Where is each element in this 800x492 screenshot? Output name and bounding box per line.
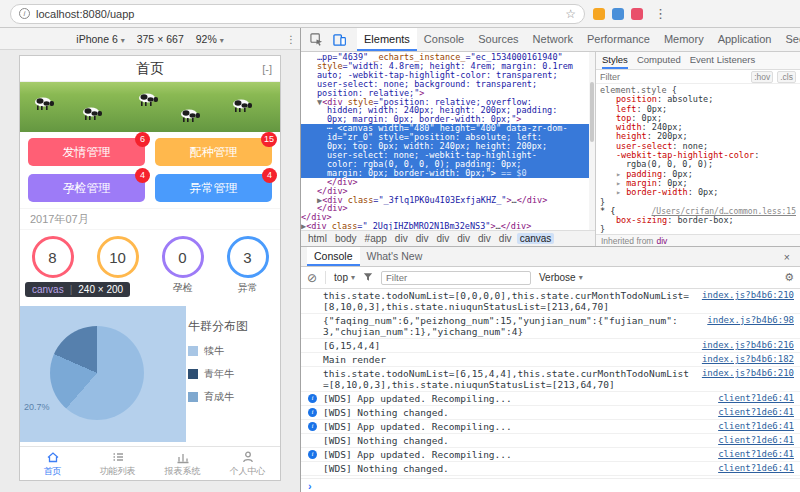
code-token: : border-box;	[667, 215, 734, 225]
stat-ring: 8	[32, 236, 74, 278]
breadcrumb-item[interactable]: div	[454, 233, 473, 244]
devtools-tab[interactable]: Security	[778, 28, 800, 51]
console-settings-gear-icon[interactable]: ⚙	[784, 271, 794, 284]
app-menu-button[interactable]: 异常管理 4	[155, 174, 272, 202]
extension-icon[interactable]	[612, 8, 624, 20]
console-filter-input[interactable]	[381, 271, 531, 285]
code-line[interactable]: ▸ border-width: 0px;	[600, 188, 796, 197]
console-tab[interactable]: Console	[307, 247, 360, 266]
code-line[interactable]: box-sizing: border-box;	[600, 216, 796, 225]
console-drawer: Console What's New × ⊘ top ▾ Verbose ▾	[301, 246, 800, 492]
filter-icon[interactable]	[363, 272, 373, 284]
console-source-link[interactable]: index.js?b4b6:210	[702, 290, 794, 301]
console-log-text: [WDS] App updated. Recompiling...	[323, 449, 512, 460]
breadcrumb-item[interactable]: div	[433, 233, 452, 244]
breadcrumb-item[interactable]: div	[392, 233, 411, 244]
breadcrumb-item[interactable]: div	[496, 233, 515, 244]
styles-tab[interactable]: Styles	[602, 52, 628, 69]
app-menu-button[interactable]: 发情管理 6	[28, 138, 145, 166]
log-level-select[interactable]: Verbose ▾	[539, 272, 583, 283]
zoom-select[interactable]: 92% ▾	[196, 33, 224, 45]
viewport-height[interactable]: 667	[166, 33, 184, 45]
address-bar[interactable]: i localhost:8080/uapp ☆	[10, 4, 585, 24]
scrollbar-thumb[interactable]	[590, 82, 594, 142]
code-line[interactable]: </div>	[301, 204, 595, 213]
console-prompt[interactable]: ›	[301, 478, 800, 492]
console-source-link[interactable]: client?1de6:41	[718, 463, 794, 474]
bookmark-star-icon[interactable]: ☆	[565, 7, 576, 21]
app-tabbar: 首页 功能列表 报表系统 个人中心	[20, 446, 280, 480]
zoom-value: 92%	[196, 33, 217, 45]
inherited-node-link[interactable]: div	[656, 236, 667, 246]
console-source-link[interactable]: client?1de6:41	[718, 393, 794, 404]
app-button-label: 配种管理	[190, 144, 238, 161]
console-info-icon: i	[308, 394, 317, 403]
breadcrumb-item[interactable]: div	[413, 233, 432, 244]
devtools-tab[interactable]: Console	[417, 28, 471, 51]
styles-filter-input[interactable]	[600, 72, 747, 82]
device-toolbar-toggle-icon[interactable]	[328, 33, 351, 46]
tabbar-item-profile[interactable]: 个人中心	[215, 447, 280, 480]
devtools-tab[interactable]: Elements	[357, 28, 417, 51]
browser-menu-icon[interactable]: ⋮	[651, 6, 670, 21]
devtools-tab[interactable]: Performance	[580, 28, 657, 51]
code-line[interactable]: ▶<div class="_2UgjIHZbMRO2N1Bm32eNS3">…<…	[301, 222, 595, 230]
cow-field-illustration	[20, 82, 280, 132]
styles-tab[interactable]: Computed	[637, 52, 681, 69]
prompt-chevron: ›	[308, 480, 312, 492]
console-source-link[interactable]: index.js?b4b6:98	[707, 315, 794, 326]
stat-label: 孕检	[173, 281, 193, 295]
collapse-button[interactable]: [-]	[262, 63, 272, 75]
console-log-row: i client?1de6:41 [WDS] Nothing changed.	[301, 406, 800, 420]
tabbar-item-reports[interactable]: 报表系统	[150, 447, 215, 480]
console-source-link[interactable]: client?1de6:41	[718, 421, 794, 432]
console-source-link[interactable]: client?1de6:41	[718, 449, 794, 460]
extension-icon[interactable]	[631, 8, 643, 20]
tabbar-item-functions[interactable]: 功能列表	[85, 447, 150, 480]
console-source-link[interactable]: index.js?b4b6:182	[702, 354, 794, 365]
devtools-tab[interactable]: Sources	[471, 28, 525, 51]
devtools-tab[interactable]: Memory	[657, 28, 711, 51]
month-row: 2017年07月	[20, 208, 280, 230]
device-toolbar-menu-icon[interactable]: ⋮	[286, 33, 297, 45]
console-source-link[interactable]: index.js?b4b6:210	[702, 368, 794, 379]
code-line[interactable]: }	[600, 225, 796, 234]
breadcrumb-item[interactable]: html	[305, 233, 330, 244]
drawer-close-icon[interactable]: ×	[780, 251, 794, 263]
console-log-text: this.state.todoNumList=[0,0,0,0],this.st…	[323, 290, 689, 312]
viewport-width[interactable]: 375	[137, 33, 155, 45]
console-tab[interactable]: What's New	[360, 247, 430, 266]
tabbar-item-home[interactable]: 首页	[20, 447, 85, 480]
device-emulation-area: iPhone 6 ▾ 375 × 667 92% ▾ ⋮ 首页 [-]	[0, 28, 300, 492]
stat-value: 3	[243, 249, 251, 266]
inspect-element-icon[interactable]	[305, 33, 328, 46]
breadcrumb-item[interactable]: body	[332, 233, 360, 244]
console-source-link[interactable]: client?1de6:41	[718, 435, 794, 446]
toggle-hover-state[interactable]: :hov	[751, 71, 773, 83]
code-token: : 0px;	[688, 187, 719, 197]
app-menu-button[interactable]: 孕检管理 4	[28, 174, 145, 202]
console-source-link[interactable]: index.js?b4b6:216	[702, 340, 794, 351]
code-line[interactable]: }	[600, 198, 796, 207]
page-info-icon[interactable]: i	[19, 8, 30, 19]
execution-context-select[interactable]: top ▾	[334, 272, 355, 283]
url-text[interactable]: localhost:8080/uapp	[36, 8, 559, 20]
toggle-class-editor[interactable]: .cls	[777, 71, 796, 83]
extension-icon[interactable]	[593, 8, 605, 20]
devtools-tab[interactable]: Application	[711, 28, 779, 51]
console-log-text: [6,15,4,4]	[323, 340, 380, 351]
viewport-dimensions[interactable]: 375 × 667	[137, 33, 184, 45]
scrollbar[interactable]	[589, 52, 595, 230]
breadcrumb-item[interactable]: #app	[362, 233, 390, 244]
styles-tab[interactable]: Event Listeners	[690, 52, 755, 69]
devtools-tab-strip: Elements Console Sources Network Perform…	[301, 28, 800, 52]
app-menu-button[interactable]: 配种管理 15	[155, 138, 272, 166]
console-source-link[interactable]: client?1de6:41	[718, 407, 794, 418]
devtools-tab[interactable]: Network	[526, 28, 580, 51]
breadcrumb-item[interactable]: div	[475, 233, 494, 244]
device-select[interactable]: iPhone 6 ▾	[76, 33, 124, 45]
breadcrumb-item[interactable]: canvas	[517, 233, 555, 244]
legend-swatch	[188, 346, 198, 356]
clear-console-icon[interactable]: ⊘	[307, 272, 317, 284]
app-button-label: 异常管理	[190, 180, 238, 197]
